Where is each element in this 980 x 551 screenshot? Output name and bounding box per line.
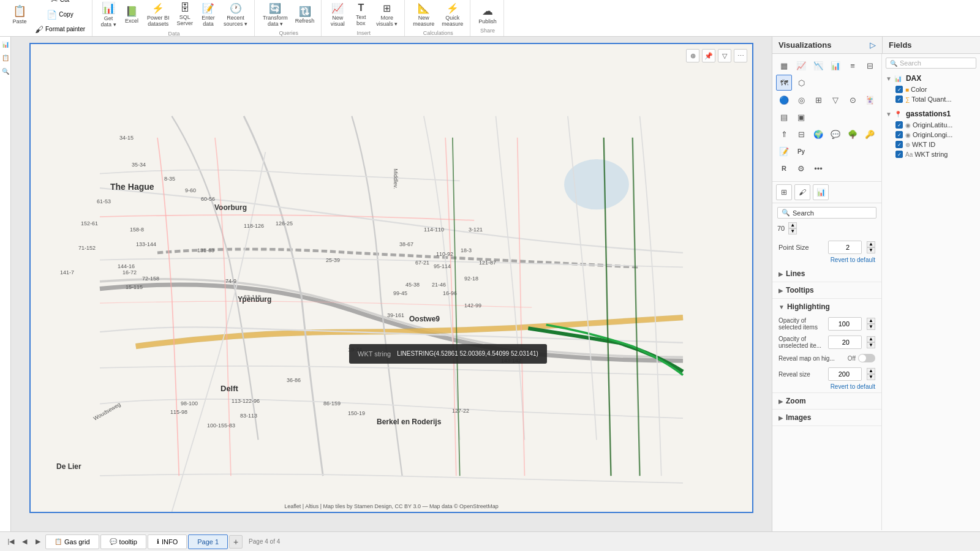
reveal-toggle-track[interactable] <box>858 354 875 362</box>
reveal-size-up[interactable]: ▲ <box>867 368 875 374</box>
search-step-up[interactable]: ▲ <box>788 222 797 228</box>
viz-column-chart[interactable]: 📊 <box>827 58 843 73</box>
field-color-checkbox[interactable]: ✓ <box>895 86 903 93</box>
page-prev-start[interactable]: |◀ <box>5 536 17 548</box>
format-painter-button[interactable]: 🖌 Format painter <box>32 23 88 36</box>
viz-bar-chart[interactable]: ▦ <box>776 58 792 73</box>
viz-map[interactable]: 🗺 <box>776 75 792 91</box>
viz-scatter[interactable]: ⬡ <box>793 75 809 91</box>
field-wkt-string-checkbox[interactable]: ✓ <box>895 151 903 158</box>
viz-card[interactable]: 🃏 <box>862 92 878 108</box>
report-view-icon[interactable]: 📊 <box>1 39 10 49</box>
viz-stacked-bar[interactable]: ≡ <box>845 58 861 73</box>
new-measure-button[interactable]: 📐 Newmeasure <box>410 1 437 29</box>
viz-format-btn[interactable]: 🖌 <box>794 184 810 200</box>
tooltips-section-header[interactable]: ▶ Tooltips <box>772 282 881 298</box>
field-origin-long-checkbox[interactable]: ✓ <box>895 131 903 138</box>
gasstations1-group-header[interactable]: ▼ 📍 gasstations1 <box>886 108 976 120</box>
page-tab-page1[interactable]: Page 1 <box>188 534 228 549</box>
revert-highlighting[interactable]: Revert to default <box>772 383 881 392</box>
map-more-btn[interactable]: ⋯ <box>734 49 747 62</box>
images-section-header[interactable]: ▶ Images <box>772 410 881 425</box>
viz-fields-btn[interactable]: ⊞ <box>776 184 792 200</box>
viz-pie[interactable]: 🔵 <box>776 92 792 108</box>
viz-paginated[interactable]: Py <box>793 143 809 159</box>
viz-kpi[interactable]: ⇑ <box>776 126 792 142</box>
page-prev[interactable]: ◀ <box>18 536 31 548</box>
get-data-button[interactable]: 📊 Getdata ▾ <box>97 0 119 29</box>
map-focus-btn[interactable]: ⊕ <box>686 49 699 62</box>
canvas-area: The Hague Voorburg Ypenburg Delft Oostwe… <box>11 37 772 531</box>
viz-slicer[interactable]: ⊟ <box>793 126 809 142</box>
page-tab-tooltip[interactable]: 💬 tooltip <box>100 534 146 549</box>
viz-more[interactable]: ••• <box>810 160 826 176</box>
viz-search-value: 70 <box>777 225 785 232</box>
viz-r-visual[interactable]: R <box>776 160 792 176</box>
refresh-button[interactable]: 🔃 Refresh <box>292 1 318 29</box>
reveal-size-input[interactable] <box>828 367 862 381</box>
search-step-down[interactable]: ▼ <box>788 228 797 234</box>
point-size-up[interactable]: ▲ <box>867 241 875 247</box>
lines-section-header[interactable]: ▶ Lines <box>772 266 881 282</box>
viz-smart-narrative[interactable]: 📝 <box>776 143 792 159</box>
field-total-quant-checkbox[interactable]: ✓ <box>895 96 903 103</box>
highlighting-section-header[interactable]: ▼ Highlighting <box>772 299 881 315</box>
sql-server-button[interactable]: 🗄 SQLServer <box>174 0 197 29</box>
data-view-icon[interactable]: 📋 <box>1 53 10 62</box>
page-tab-gas-grid[interactable]: 📋 Gas grid <box>45 534 99 549</box>
viz-key-influencers[interactable]: 🔑 <box>862 126 878 142</box>
excel-button[interactable]: 📗 Excel <box>121 0 143 29</box>
viz-power-apps[interactable]: ⚙ <box>793 160 809 176</box>
viz-matrix[interactable]: ▣ <box>793 109 809 125</box>
reveal-size-down[interactable]: ▼ <box>867 374 875 380</box>
viz-q-and-a[interactable]: 💬 <box>827 126 843 142</box>
viz-donut[interactable]: ◎ <box>793 92 809 108</box>
opacity-unsel-down[interactable]: ▼ <box>867 342 875 348</box>
revert-point-size[interactable]: Revert to default <box>772 257 881 266</box>
viz-area-chart[interactable]: 📉 <box>810 58 826 73</box>
map-pin-btn[interactable]: 📌 <box>702 49 715 62</box>
page-next[interactable]: ▶ <box>32 536 44 548</box>
viz-gauge[interactable]: ⊙ <box>845 92 861 108</box>
quick-measure-button[interactable]: ⚡ Quickmeasure <box>439 1 466 29</box>
point-size-down[interactable]: ▼ <box>867 247 875 253</box>
quick-measure-icon: ⚡ <box>447 2 459 14</box>
map-filter-btn[interactable]: ▽ <box>718 49 731 62</box>
paste-button[interactable]: 📋 Paste <box>9 0 31 36</box>
zoom-section-header[interactable]: ▶ Zoom <box>772 393 881 409</box>
field-wkt-id-checkbox[interactable]: ✓ <box>895 141 903 148</box>
viz-treemap[interactable]: ⊞ <box>810 92 826 108</box>
add-page-button[interactable]: + <box>229 535 243 549</box>
expand-viz-btn[interactable]: ▷ <box>870 40 876 50</box>
viz-decomp-tree[interactable]: 🌳 <box>845 126 861 142</box>
viz-filled-map[interactable]: 🌍 <box>810 126 826 142</box>
field-origin-lat-checkbox[interactable]: ✓ <box>895 121 903 129</box>
text-box-button[interactable]: T Textbox <box>350 1 372 29</box>
map-visual[interactable]: The Hague Voorburg Ypenburg Delft Oostwe… <box>29 43 753 513</box>
powerbi-datasets-button[interactable]: ⚡ Power BIdatasets <box>144 0 173 29</box>
point-size-input[interactable] <box>828 241 862 254</box>
copy-button[interactable]: 📄 Copy <box>32 8 88 21</box>
viz-line-chart[interactable]: 📈 <box>793 58 809 73</box>
opacity-sel-up[interactable]: ▲ <box>867 318 875 324</box>
recent-sources-button[interactable]: 🕐 Recentsources ▾ <box>221 0 251 29</box>
viz-analytics-btn[interactable]: 📊 <box>813 184 829 200</box>
model-view-icon[interactable]: 🔍 <box>1 66 10 76</box>
transform-data-button[interactable]: 🔄 Transformdata ▾ <box>260 1 291 29</box>
publish-button[interactable]: ☁ Publish <box>475 2 500 26</box>
new-visual-button[interactable]: 📈 Newvisual <box>326 1 349 29</box>
reveal-toggle[interactable]: Off <box>848 354 875 362</box>
viz-table[interactable]: ▤ <box>776 109 792 125</box>
enter-data-button[interactable]: 📝 Enterdata <box>197 0 219 29</box>
opacity-selected-input[interactable] <box>828 317 862 331</box>
insert-group: 📈 Newvisual T Textbox ⊞ Morevisuals ▾ In… <box>323 0 405 36</box>
opacity-unselected-input[interactable] <box>828 335 862 349</box>
dax-group-header[interactable]: ▼ 📊 DAX <box>886 72 976 84</box>
opacity-sel-down[interactable]: ▼ <box>867 324 875 330</box>
viz-100-bar[interactable]: ⊟ <box>862 58 878 73</box>
cut-button[interactable]: ✂ Cut <box>32 0 88 7</box>
page-tab-info[interactable]: ℹ INFO <box>148 534 187 549</box>
more-visuals-button[interactable]: ⊞ Morevisuals ▾ <box>373 1 401 29</box>
opacity-unsel-up[interactable]: ▲ <box>867 336 875 342</box>
viz-funnel[interactable]: ▽ <box>827 92 843 108</box>
